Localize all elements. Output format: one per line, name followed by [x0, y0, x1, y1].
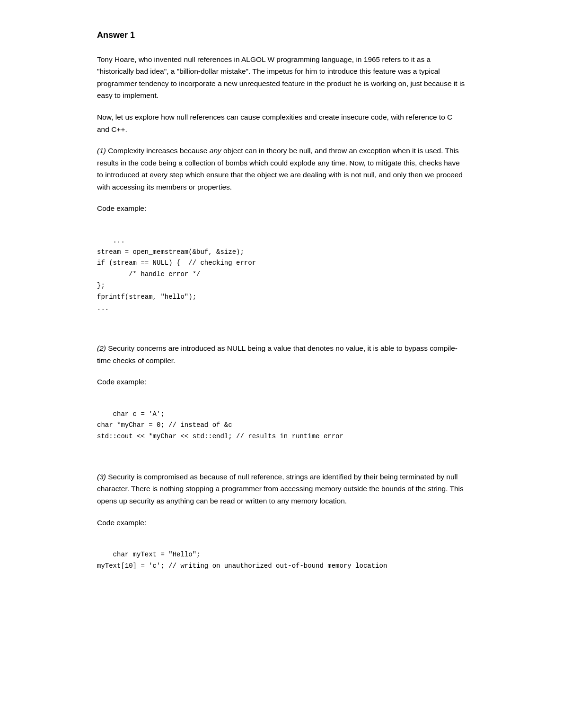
intro-paragraph: Tony Hoare, who invented null references…: [97, 53, 466, 102]
code-block-3: char myText = "Hello"; myText[10] = 'c';…: [97, 532, 466, 589]
intro2-text: Now, let us explore how null references …: [97, 113, 452, 133]
code-label-3: Code example:: [97, 517, 466, 529]
code-label-1: Code example:: [97, 202, 466, 215]
intro2-paragraph: Now, let us explore how null references …: [97, 111, 466, 135]
page-container: Answer 1 Tony Hoare, who invented null r…: [69, 0, 494, 638]
code1-text: ... stream = open_memstream(&buf, &size)…: [97, 237, 256, 312]
point3-text: (3) Security is compromised as because o…: [97, 473, 464, 505]
intro-text: Tony Hoare, who invented null references…: [97, 55, 465, 100]
code-block-1: ... stream = open_memstream(&buf, &size)…: [97, 218, 466, 331]
point3-number: (3): [97, 473, 106, 481]
point2-text: (2) Security concerns are introduced as …: [97, 344, 457, 364]
point1-any: any: [210, 147, 221, 155]
code2-text: char c = 'A'; char *myChar = 0; // inste…: [97, 410, 343, 441]
point3-paragraph: (3) Security is compromised as because o…: [97, 471, 466, 507]
point1-paragraph: (1) Complexity increases because any obj…: [97, 145, 466, 193]
code3-text: char myText = "Hello"; myText[10] = 'c';…: [97, 551, 387, 570]
code-label-2: Code example:: [97, 376, 466, 388]
point2-paragraph: (2) Security concerns are introduced as …: [97, 342, 466, 366]
point2-number: (2): [97, 344, 106, 352]
code-block-2: char c = 'A'; char *myChar = 0; // inste…: [97, 392, 466, 459]
point1-number: (1): [97, 147, 106, 155]
point1-complexity: Complexity increases because: [108, 147, 210, 155]
answer-title: Answer 1: [97, 28, 466, 42]
